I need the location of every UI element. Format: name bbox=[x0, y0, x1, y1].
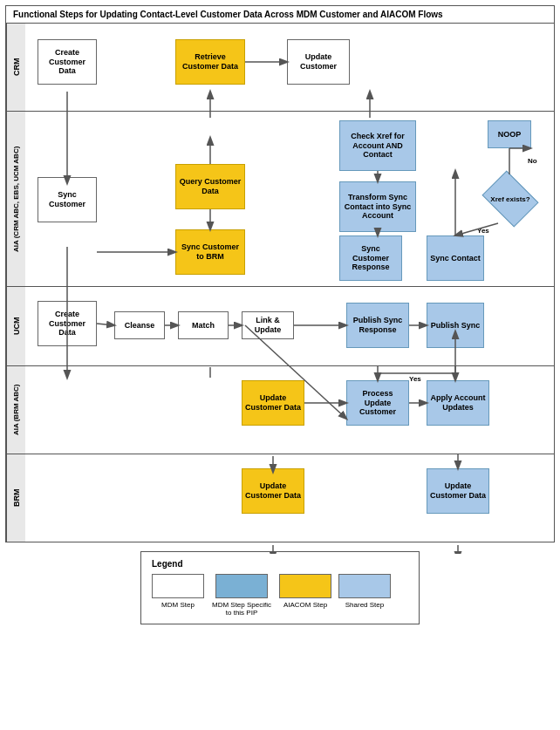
lane-aia1: AIA (CRM ABC, EBS, UCM ABC) Query Custom… bbox=[6, 112, 554, 287]
legend: Legend MDM Step MDM Step Specific to thi… bbox=[140, 551, 420, 624]
lane-crm: CRM Create Customer Data Retrieve Custom… bbox=[6, 24, 554, 112]
box-sync-customer-aia: Sync Customer bbox=[38, 177, 97, 222]
lane-content-brm: Update Customer Data Update Customer Dat… bbox=[25, 454, 554, 542]
lane-aia2: AIA (BRM ABC) Update Customer Data Proce… bbox=[6, 366, 554, 454]
yes-label-aia2: Yes bbox=[409, 375, 421, 383]
legend-label-mdm: MDM Step bbox=[161, 601, 195, 609]
legend-title: Legend bbox=[152, 559, 408, 569]
box-update-customer: Update Customer bbox=[287, 39, 350, 85]
lane-label-aia1: AIA (CRM ABC, EBS, UCM ABC) bbox=[6, 112, 25, 286]
box-create-customer-data-crm: Create Customer Data bbox=[38, 39, 97, 85]
legend-box-shared bbox=[338, 574, 391, 598]
box-check-xref: Check Xref for Account AND Contact bbox=[339, 120, 416, 171]
box-transform-sync: Transform Sync Contact into Sync Account bbox=[339, 181, 416, 232]
box-process-update-customer: Process Update Customer bbox=[346, 380, 409, 426]
box-cleanse: Cleanse bbox=[114, 311, 165, 339]
legend-box-mdm bbox=[152, 574, 204, 598]
legend-label-shared: Shared Step bbox=[345, 601, 384, 609]
box-sync-contact: Sync Contact bbox=[427, 235, 484, 281]
legend-items: MDM Step MDM Step Specific to this PIP A… bbox=[152, 574, 408, 617]
svg-line-10 bbox=[97, 324, 114, 325]
box-update-customer-data-aia: Update Customer Data bbox=[242, 380, 304, 426]
legend-box-aiacom bbox=[279, 574, 331, 598]
legend-item-shared: Shared Step bbox=[338, 574, 391, 609]
box-apply-account-updates: Apply Account Updates bbox=[427, 380, 489, 426]
box-link-update: Link & Update bbox=[242, 311, 294, 339]
noop-circle: NOOP bbox=[488, 120, 531, 148]
lane-content-ucm: Create Customer Data Cleanse Match Link … bbox=[25, 287, 554, 365]
lane-content-aia2: Update Customer Data Process Update Cust… bbox=[25, 366, 554, 454]
diamond-label: Xref exists? bbox=[490, 195, 529, 203]
lane-label-ucm: UCM bbox=[6, 287, 25, 365]
legend-label-aiacom: AIACOM Step bbox=[283, 601, 327, 609]
box-retrieve-customer-data: Retrieve Customer Data bbox=[175, 39, 245, 85]
lane-label-aia2: AIA (BRM ABC) bbox=[6, 366, 25, 454]
legend-box-mdm-pip bbox=[215, 574, 268, 598]
legend-item-mdm-pip: MDM Step Specific to this PIP bbox=[211, 574, 272, 617]
lane-brm: BRM Update Customer Data Update Customer… bbox=[6, 454, 554, 542]
diagram-title: Functional Steps for Updating Contact-Le… bbox=[6, 6, 554, 24]
diamond-xref-exists: Xref exists? bbox=[481, 174, 540, 223]
box-sync-customer-brm: Sync Customer to BRM bbox=[175, 229, 245, 275]
box-update-customer-data-brm2: Update Customer Data bbox=[427, 468, 489, 514]
box-update-customer-data-brm1: Update Customer Data bbox=[242, 468, 304, 514]
lane-content-crm: Create Customer Data Retrieve Customer D… bbox=[25, 24, 554, 111]
lane-content-aia1: Query Customer Data Check Xref for Accou… bbox=[25, 112, 554, 286]
box-publish-sync: Publish Sync bbox=[427, 303, 484, 348]
box-match: Match bbox=[178, 311, 229, 339]
box-create-customer-data-ucm: Create Customer Data bbox=[38, 301, 97, 346]
legend-item-aiacom: AIACOM Step bbox=[279, 574, 331, 609]
box-sync-customer-response: Sync Customer Response bbox=[339, 235, 402, 281]
legend-label-mdm-pip: MDM Step Specific to this PIP bbox=[211, 601, 272, 617]
lanes-container: CRM Create Customer Data Retrieve Custom… bbox=[6, 24, 554, 542]
diagram-container: Functional Steps for Updating Contact-Le… bbox=[5, 5, 555, 542]
lane-ucm: UCM Create Customer Data Cleanse Match bbox=[6, 287, 554, 366]
lane-label-brm: BRM bbox=[6, 454, 25, 542]
yes-label: Yes bbox=[477, 227, 489, 235]
main-content: CRM Create Customer Data Retrieve Custom… bbox=[6, 24, 554, 542]
box-publish-sync-response: Publish Sync Response bbox=[346, 303, 409, 348]
legend-item-mdm: MDM Step bbox=[152, 574, 204, 609]
box-query-customer-data: Query Customer Data bbox=[175, 164, 245, 209]
lane-label-crm: CRM bbox=[6, 24, 25, 111]
no-label: No bbox=[528, 157, 537, 165]
